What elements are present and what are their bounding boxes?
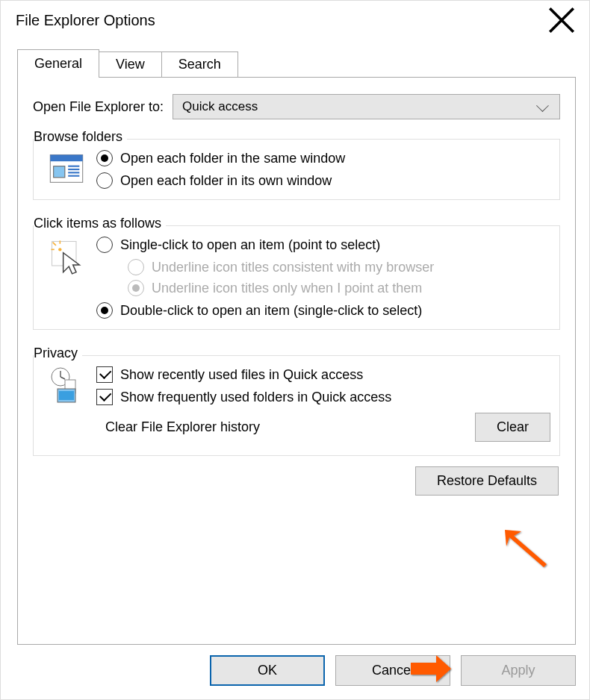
radio-underline-point-label: Underline icon titles only when I point … xyxy=(152,281,422,296)
window-title: File Explorer Options xyxy=(16,12,155,29)
check-freq-folders-label: Show frequently used folders in Quick ac… xyxy=(120,390,391,405)
check-recent-files-label: Show recently used files in Quick access xyxy=(120,367,363,383)
radio-icon xyxy=(96,172,113,189)
checkbox-icon xyxy=(96,389,113,405)
close-icon[interactable] xyxy=(546,4,577,36)
radio-icon xyxy=(96,302,113,319)
radio-underline-browser-label: Underline icon titles consistent with my… xyxy=(152,260,434,275)
radio-same-window[interactable]: Open each folder in the same window xyxy=(96,150,550,166)
click-items-group: Click items as follows xyxy=(33,225,560,330)
restore-defaults-button[interactable]: Restore Defaults xyxy=(415,466,559,496)
file-explorer-options-dialog: File Explorer Options General View Searc… xyxy=(0,0,590,700)
radio-icon xyxy=(128,280,144,296)
radio-icon xyxy=(96,237,113,253)
check-recent-files[interactable]: Show recently used files in Quick access xyxy=(96,366,550,383)
clear-history-label: Clear File Explorer history xyxy=(105,419,260,435)
radio-own-window-label: Open each folder in its own window xyxy=(120,173,332,189)
browse-folders-legend: Browse folders xyxy=(34,129,127,145)
open-to-label: Open File Explorer to: xyxy=(33,99,164,115)
cursor-click-icon xyxy=(47,237,86,275)
chevron-down-icon xyxy=(536,99,549,112)
radio-own-window[interactable]: Open each folder in its own window xyxy=(96,172,550,189)
tab-panel-general: Open File Explorer to: Quick access Brow… xyxy=(17,77,576,645)
radio-icon xyxy=(96,150,113,166)
open-file-explorer-to-row: Open File Explorer to: Quick access xyxy=(33,94,560,119)
apply-button[interactable]: Apply xyxy=(461,655,576,686)
tab-strip: General View Search xyxy=(17,49,576,77)
ok-button[interactable]: OK xyxy=(210,655,325,686)
tab-search[interactable]: Search xyxy=(161,51,238,77)
tab-view[interactable]: View xyxy=(99,51,162,77)
radio-double-click[interactable]: Double-click to open an item (single-cli… xyxy=(96,302,550,319)
radio-same-window-label: Open each folder in the same window xyxy=(120,151,345,166)
radio-single-click-label: Single-click to open an item (point to s… xyxy=(120,237,380,253)
tab-general[interactable]: General xyxy=(17,49,99,78)
radio-underline-browser: Underline icon titles consistent with my… xyxy=(128,259,550,275)
titlebar: File Explorer Options xyxy=(1,1,589,40)
click-items-legend: Click items as follows xyxy=(34,216,166,231)
privacy-group: Privacy xyxy=(33,355,560,456)
clear-button[interactable]: Clear xyxy=(475,413,550,442)
open-to-selected: Quick access xyxy=(182,99,258,114)
radio-double-click-label: Double-click to open an item (single-cli… xyxy=(120,303,422,319)
privacy-legend: Privacy xyxy=(34,346,82,361)
checkbox-icon xyxy=(96,366,113,383)
check-freq-folders[interactable]: Show frequently used folders in Quick ac… xyxy=(96,389,550,405)
browse-folders-group: Browse folders xyxy=(33,139,560,200)
tab-container: General View Search Open File Explorer t… xyxy=(1,40,589,645)
svg-rect-1 xyxy=(50,155,82,162)
history-clock-icon xyxy=(47,366,86,405)
open-to-select[interactable]: Quick access xyxy=(173,94,560,119)
svg-point-8 xyxy=(58,248,61,251)
radio-icon xyxy=(128,259,144,275)
folder-window-icon xyxy=(47,150,86,189)
svg-rect-2 xyxy=(54,166,65,178)
radio-underline-point: Underline icon titles only when I point … xyxy=(128,280,550,296)
dialog-buttons: OK Cancel Apply xyxy=(1,645,589,699)
radio-single-click[interactable]: Single-click to open an item (point to s… xyxy=(96,237,550,253)
svg-rect-17 xyxy=(59,391,74,400)
cancel-button[interactable]: Cancel xyxy=(335,655,450,686)
